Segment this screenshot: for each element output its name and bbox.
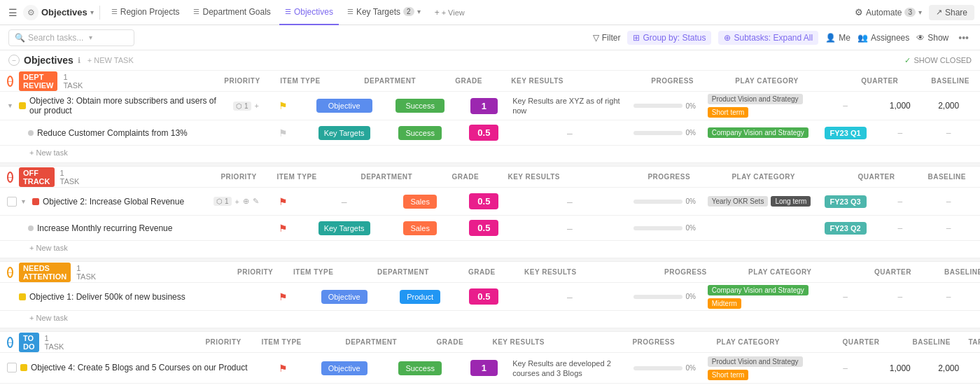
target-obj1: – <box>946 292 951 302</box>
tab-region-projects[interactable]: ☰ Region Projects <box>106 0 186 25</box>
color-sq-obj2 <box>32 198 39 205</box>
subtask-link[interactable]: ⬡ 1 <box>233 102 251 111</box>
tab-label-dept: Department Goals <box>202 7 270 17</box>
target-sub1: – <box>946 128 951 138</box>
quarter-sub1: FY23 Q1 <box>825 127 867 139</box>
subtask-name-cell[interactable]: Reduce Customer Complaints from 13% <box>7 125 259 141</box>
automate-badge: 3 <box>904 8 916 17</box>
filter-label: Filter <box>602 33 621 43</box>
th-key-results: KEY RESULTS <box>508 77 648 85</box>
dept-review-count: 1 TASK <box>63 73 83 90</box>
me-btn[interactable]: 👤 Me <box>825 33 850 43</box>
group-by-btn[interactable]: ⊞ Group by: Status <box>627 31 711 45</box>
section-header-to-do: – TO DO 1 TASK PRIORITY ITEM TYPE DEPART… <box>0 332 980 353</box>
progress-bar-sub1 <box>634 131 682 135</box>
th-baseline: BASELINE <box>928 77 980 85</box>
group-by-label: Group by: Status <box>643 33 706 43</box>
me-person-icon: 👤 <box>825 33 836 43</box>
menu-icon[interactable]: ☰ <box>6 4 20 21</box>
subtask-link-obj2[interactable]: ⬡ 1 <box>214 197 231 206</box>
expand-icon-obj2[interactable]: ▼ <box>20 198 29 205</box>
automate-btn[interactable]: ⚙ Automate 3 ▾ <box>855 7 922 18</box>
search-dropdown[interactable]: ▾ <box>89 34 92 41</box>
dept-sub1: Success <box>398 126 442 140</box>
show-btn[interactable]: 👁 Show <box>916 33 948 43</box>
section-toggle-dept-review[interactable]: – <box>7 76 13 87</box>
share-btn[interactable]: ↗ Share <box>929 5 974 20</box>
automate-label: Automate <box>866 8 902 18</box>
subtask-name-2[interactable]: Increase Monthly recurring Revenue <box>37 223 172 233</box>
task-name-text-obj4[interactable]: Objective 4: Create 5 Blogs and 5 Course… <box>31 362 259 374</box>
tab-objectives[interactable]: ☰ Objectives <box>279 0 339 25</box>
add-subtask-obj2[interactable]: + <box>235 197 239 206</box>
add-task-dept-review[interactable]: + New task <box>0 146 980 162</box>
section-header-needs-attention: – NEEDS ATTENTION 1 TASK PRIORITY ITEM T… <box>0 262 980 283</box>
new-task-link[interactable]: + NEW TASK <box>88 56 134 64</box>
filter-btn[interactable]: ▽ Filter <box>593 33 621 43</box>
checkbox-obj2[interactable] <box>7 197 17 207</box>
key-targets-badge: 2 <box>403 7 414 16</box>
section-toggle-needs-attention[interactable]: – <box>7 267 13 278</box>
section-toggle-off-track[interactable]: – <box>7 172 13 183</box>
tab-key-targets[interactable]: ☰ Key Targets 2 ▾ <box>342 0 426 25</box>
quarter-obj3: – <box>843 101 848 111</box>
item-type-obj2: – <box>342 196 347 207</box>
task-name-obj4[interactable]: Objective 4: Create 5 Blogs and 5 Course… <box>7 359 259 377</box>
search-box[interactable]: 🔍 Search tasks... ▾ <box>8 29 134 46</box>
subtask-name-obj2-sub[interactable]: Increase Monthly recurring Revenue <box>7 221 259 236</box>
nav-title[interactable]: Objectives <box>41 7 88 18</box>
filter-icon: ▽ <box>593 33 599 43</box>
edit-icon-obj2[interactable]: ✎ <box>253 197 259 206</box>
tab-icon-region: ☰ <box>111 8 118 15</box>
progress-bar-obj3 <box>634 104 682 108</box>
table-row: Increase Monthly recurring Revenue ⚑ Key… <box>0 216 980 241</box>
objectives-collapse-icon[interactable]: – <box>8 55 20 66</box>
settings-icon[interactable]: ⚙ <box>23 5 38 20</box>
key-results-obj2: – <box>567 196 573 207</box>
show-closed-checkmark: ✓ <box>904 56 911 65</box>
task-name-obj2[interactable]: ▼ Objective 2: Increase Global Revenue ⬡… <box>7 194 259 209</box>
show-label: Show <box>927 33 948 43</box>
tab-department-goals[interactable]: ☰ Department Goals <box>188 0 276 25</box>
th-department: DEPARTMENT <box>361 77 452 85</box>
copy-icon-obj2[interactable]: ⊕ <box>243 197 249 206</box>
quarter-obj4: – <box>843 363 848 373</box>
th-play-category: PLAY CATEGORY <box>732 77 858 85</box>
add-task-off-track[interactable]: + New task <box>0 241 980 258</box>
baseline-sub2: – <box>897 223 902 233</box>
task-name-text-obj1[interactable]: Objective 1: Deliver 500k of new busines… <box>29 292 259 302</box>
automate-icon: ⚙ <box>855 7 863 18</box>
automate-dropdown[interactable]: ▾ <box>918 8 922 16</box>
more-options-btn[interactable]: ••• <box>955 32 972 43</box>
needs-attention-label: NEEDS ATTENTION <box>19 263 71 282</box>
section-toggle-to-do[interactable]: – <box>7 337 13 348</box>
key-results-sub2: – <box>567 223 573 234</box>
progress-text-sub1: 0% <box>685 129 695 137</box>
subtask-dot <box>28 130 34 136</box>
checkbox-obj4[interactable] <box>7 363 17 372</box>
assignees-icon: 👥 <box>858 33 868 43</box>
needs-attention-count: 1 TASK <box>76 264 96 281</box>
task-name-obj1[interactable]: Objective 1: Deliver 500k of new busines… <box>7 289 259 305</box>
tab-icon-key: ☰ <box>347 8 354 15</box>
task-name-obj2[interactable]: Objective 2: Increase Global Revenue <box>43 197 210 207</box>
expand-icon[interactable]: ▼ <box>7 102 15 109</box>
table-row: ▼ Objective 2: Increase Global Revenue ⬡… <box>0 188 980 216</box>
subtasks-label: Subtasks: Expand All <box>734 33 813 43</box>
assignees-btn[interactable]: 👥 Assignees <box>858 33 909 43</box>
key-targets-dropdown[interactable]: ▾ <box>417 8 421 15</box>
subtask-dot-2 <box>28 225 34 231</box>
off-track-count: 1 TASK <box>60 169 80 186</box>
add-task-needs-attention[interactable]: + New task <box>0 311 980 328</box>
subtasks-btn[interactable]: ⊕ Subtasks: Expand All <box>718 31 818 45</box>
task-name[interactable]: Objective 3: Obtain more subscribers and… <box>29 96 230 116</box>
share-label: Share <box>945 8 967 18</box>
th-grade: GRADE <box>452 77 508 85</box>
group-by-icon: ⊞ <box>633 33 640 43</box>
subtask-name[interactable]: Reduce Customer Complaints from 13% <box>37 128 188 138</box>
task-name-cell[interactable]: ▼ Objective 3: Obtain more subscribers a… <box>7 93 259 118</box>
nav-title-arrow[interactable]: ▾ <box>90 8 94 16</box>
add-view-btn[interactable]: + + View <box>429 4 470 22</box>
show-closed-label[interactable]: SHOW CLOSED <box>913 56 972 64</box>
objectives-info-icon[interactable]: ℹ <box>78 56 80 65</box>
